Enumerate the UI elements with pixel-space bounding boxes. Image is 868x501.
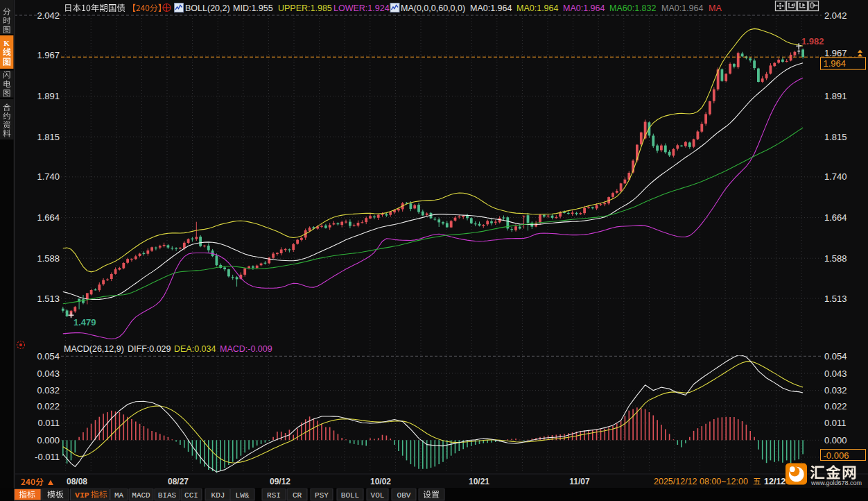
svg-text:10/21: 10/21 xyxy=(469,477,489,486)
svg-text:2025/12/12 08:00~12:00: 2025/12/12 08:00~12:00 xyxy=(654,477,748,486)
svg-text:PSY: PSY xyxy=(315,491,329,500)
svg-text:0.022: 0.022 xyxy=(824,401,847,411)
svg-text:-0.011: -0.011 xyxy=(35,452,60,462)
svg-text:0.054: 0.054 xyxy=(37,351,60,362)
svg-text:MA0:1.964: MA0:1.964 xyxy=(661,3,704,13)
svg-text:1.588: 1.588 xyxy=(824,253,847,264)
svg-text:MID:1.955: MID:1.955 xyxy=(233,3,273,13)
svg-text:1.740: 1.740 xyxy=(37,171,60,182)
svg-text:0.032: 0.032 xyxy=(824,385,847,396)
svg-text:0.011: 0.011 xyxy=(824,418,847,428)
svg-text:08/27: 08/27 xyxy=(168,477,189,486)
svg-text:MA: MA xyxy=(709,3,722,13)
svg-text:OBV: OBV xyxy=(397,491,411,500)
svg-text:1.479: 1.479 xyxy=(73,317,96,328)
svg-text:09/12: 09/12 xyxy=(270,477,290,486)
svg-text:11/07: 11/07 xyxy=(569,477,590,486)
svg-text:MA60:1.832: MA60:1.832 xyxy=(609,3,656,13)
svg-text:MA0:1.964: MA0:1.964 xyxy=(470,3,512,13)
svg-text:0.043: 0.043 xyxy=(37,368,60,379)
svg-text:MACD:-0.009: MACD:-0.009 xyxy=(220,344,272,354)
svg-text:1.740: 1.740 xyxy=(824,171,847,182)
svg-text:1.967: 1.967 xyxy=(37,50,60,60)
svg-text:MA0:1.964: MA0:1.964 xyxy=(517,3,559,13)
svg-text:DEA:0.034: DEA:0.034 xyxy=(174,344,216,354)
svg-text:-0.006: -0.006 xyxy=(824,450,849,461)
svg-text:DIFF:0.029: DIFF:0.029 xyxy=(128,344,171,354)
svg-text:MACD: MACD xyxy=(132,491,150,500)
svg-text:1.964: 1.964 xyxy=(824,58,847,69)
svg-text:MACD(26,12,9): MACD(26,12,9) xyxy=(64,344,124,354)
svg-text:1.513: 1.513 xyxy=(824,294,847,304)
svg-text:1.664: 1.664 xyxy=(37,212,60,223)
svg-text:0.032: 0.032 xyxy=(37,385,60,396)
svg-text:12/12: 12/12 xyxy=(764,477,785,486)
svg-text:LW&: LW& xyxy=(236,491,250,500)
svg-text:VOL: VOL xyxy=(371,491,385,500)
svg-text:0.054: 0.054 xyxy=(824,351,847,362)
svg-text:2.042: 2.042 xyxy=(824,10,847,21)
svg-text:www.gold678.com: www.gold678.com xyxy=(810,479,862,486)
svg-text:0.011: 0.011 xyxy=(37,418,60,428)
svg-text:0.043: 0.043 xyxy=(824,368,847,379)
svg-text:1.891: 1.891 xyxy=(37,91,60,101)
svg-text:MA(0,0,0,60,0,0): MA(0,0,0,60,0,0) xyxy=(401,3,465,13)
svg-text:1.967: 1.967 xyxy=(824,48,847,58)
svg-text:VIP: VIP xyxy=(75,491,89,500)
svg-text:1.664: 1.664 xyxy=(824,212,847,223)
svg-text:1.513: 1.513 xyxy=(37,294,60,304)
svg-text:K: K xyxy=(3,39,10,47)
svg-text:CCI: CCI xyxy=(184,491,198,500)
svg-text:0.000: 0.000 xyxy=(824,435,847,445)
svg-text:BOLL: BOLL xyxy=(341,491,359,500)
svg-text:MA0:1.964: MA0:1.964 xyxy=(563,3,605,13)
svg-text:MA: MA xyxy=(114,491,124,500)
svg-text:BIAS: BIAS xyxy=(158,491,177,500)
svg-text:08/08: 08/08 xyxy=(67,477,87,486)
svg-text:1.982: 1.982 xyxy=(801,36,824,46)
svg-text:1.815: 1.815 xyxy=(37,132,60,142)
svg-text:2.042: 2.042 xyxy=(37,10,60,21)
svg-text:CR: CR xyxy=(293,491,302,500)
svg-text:1.815: 1.815 xyxy=(824,132,847,142)
svg-text:0.022: 0.022 xyxy=(37,401,60,411)
svg-text:1.588: 1.588 xyxy=(37,253,60,264)
svg-text:RSI: RSI xyxy=(267,491,281,500)
svg-text:10/02: 10/02 xyxy=(370,477,391,486)
svg-text:KDJ: KDJ xyxy=(211,491,225,500)
svg-text:LOWER:1.924: LOWER:1.924 xyxy=(333,3,390,13)
svg-text:0.000: 0.000 xyxy=(37,435,60,445)
svg-text:BOLL(20,2): BOLL(20,2) xyxy=(185,3,230,13)
svg-text:1.891: 1.891 xyxy=(824,91,847,101)
svg-text:UPPER:1.985: UPPER:1.985 xyxy=(278,3,332,13)
